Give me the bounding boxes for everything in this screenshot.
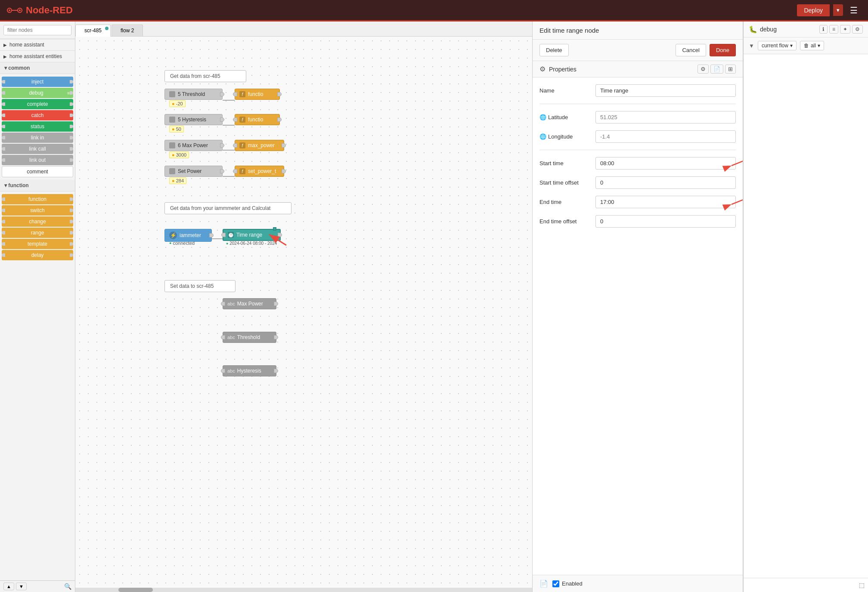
footer-doc-icon[interactable]: 📄 xyxy=(539,580,548,588)
canvas-scrollbar[interactable] xyxy=(75,588,532,592)
palette-node-switch[interactable]: switch xyxy=(2,205,73,216)
globe-icon-2: 🌐 xyxy=(539,133,546,140)
palette-node-inject[interactable]: inject xyxy=(2,77,73,87)
palette-search-icon[interactable]: 🔍 xyxy=(64,583,71,590)
canvas-function2-node[interactable]: f functio xyxy=(235,114,280,125)
palette-node-link-out[interactable]: link out xyxy=(2,155,73,165)
cancel-button[interactable]: Cancel xyxy=(676,44,706,56)
palette-node-delay[interactable]: delay xyxy=(2,250,73,260)
palette-node-complete[interactable]: complete xyxy=(2,99,73,109)
debug-config-button[interactable]: ✦ xyxy=(840,25,850,34)
canvas-threshold-var-node[interactable]: abc Threshold xyxy=(223,332,276,343)
canvas-maxpower-var-node[interactable]: abc Max Power xyxy=(223,298,276,309)
palette-node-change[interactable]: change xyxy=(2,216,73,227)
deploy-button[interactable]: Deploy xyxy=(797,4,830,16)
canvas-scrollbar-thumb[interactable] xyxy=(118,588,153,592)
longitude-input[interactable] xyxy=(595,130,736,143)
palette-node-debug[interactable]: debug ≡ xyxy=(2,88,73,98)
palette-section-home-assistant-entities[interactable]: ▶ home assistant entities xyxy=(0,51,75,62)
main-layout: ▶ home assistant ▶ home assistant entiti… xyxy=(0,22,868,592)
canvas-maxpower-node[interactable]: 6 Max Power xyxy=(164,140,223,151)
palette-content: ▶ home assistant ▶ home assistant entiti… xyxy=(0,39,75,580)
get-data-comment-text: Get data from scr-485 xyxy=(170,73,220,79)
canvas-threshold-node[interactable]: 5 Threshold xyxy=(164,89,223,100)
filter-nodes-input[interactable] xyxy=(3,25,71,35)
section-divider-common[interactable]: ▾ common xyxy=(0,62,75,74)
canvas-time-range-node[interactable]: 🕐 Time range xyxy=(223,229,281,241)
enabled-checkbox-input[interactable] xyxy=(552,580,559,587)
tab-flow-2[interactable]: flow 2 xyxy=(112,25,143,36)
start-time-offset-input[interactable] xyxy=(595,176,736,189)
palette-node-range[interactable]: range xyxy=(2,228,73,238)
end-time-offset-input[interactable] xyxy=(595,215,736,228)
properties-gear-button[interactable]: ⚙ xyxy=(698,65,709,74)
debug-footer-icon[interactable]: ⬚ xyxy=(859,582,865,589)
iammeter-port-right xyxy=(209,233,214,237)
latitude-input[interactable] xyxy=(595,111,736,123)
canvas-setpower-node[interactable]: Set Power xyxy=(164,166,223,177)
threshold-sublabel: ● -20 xyxy=(169,100,186,107)
end-time-input[interactable] xyxy=(595,196,736,208)
port-left-link-out xyxy=(2,158,5,162)
chevron-down-icon: ▾ xyxy=(4,65,8,71)
canvas-iammeter-node[interactable]: ⚡ iammeter xyxy=(164,229,212,242)
canvas-hysteresis-var-node[interactable]: abc Hysteresis xyxy=(223,365,276,376)
get-data-comment-node[interactable]: Get data from scr-485 xyxy=(164,70,246,82)
chevron-right-icon2: ▶ xyxy=(3,54,7,59)
palette-node-template[interactable]: template xyxy=(2,239,73,249)
palette-up-button[interactable]: ▲ xyxy=(3,583,14,590)
time-range-text: Time range xyxy=(236,232,262,238)
properties-doc-button[interactable]: 📄 xyxy=(710,65,723,74)
done-button[interactable]: Done xyxy=(710,44,736,56)
palette-node-link-call[interactable]: link call xyxy=(2,144,73,154)
debug-list-button[interactable]: ≡ xyxy=(829,25,838,34)
delete-button[interactable]: Delete xyxy=(539,44,569,56)
iammmeter-comment-node[interactable]: Get data from your iammmeter and Calcula… xyxy=(164,202,291,214)
maxpower-port-right xyxy=(220,143,224,148)
port-right-range xyxy=(70,231,73,234)
debug-all-filter-button[interactable]: 🗑 all ▾ xyxy=(800,41,824,50)
port-right-switch xyxy=(70,209,73,212)
palette-down-button[interactable]: ▼ xyxy=(16,583,27,590)
port-left-link-call xyxy=(2,147,5,151)
threshold-var-port-right xyxy=(274,335,278,339)
canvas-hysteresis-node[interactable]: 5 Hysteresis xyxy=(164,114,223,125)
setpower-func-port-right xyxy=(282,169,286,173)
range-node-label: range xyxy=(5,230,70,236)
port-left-link-in xyxy=(2,136,5,139)
time-range-sublabel: ● 2024-06-24 08:00 - 2024 xyxy=(226,241,277,246)
start-time-offset-form-row: Start time offset xyxy=(539,176,736,189)
palette-node-link-in[interactable]: link in xyxy=(2,133,73,143)
end-time-offset-form-row: End time offset xyxy=(539,215,736,228)
setdata-comment-node[interactable]: Set data to scr-485 xyxy=(164,280,236,292)
port-right-link-out xyxy=(70,158,73,162)
port-right-complete xyxy=(70,102,73,106)
function1-icon: f xyxy=(239,91,245,97)
palette-node-catch[interactable]: catch xyxy=(2,110,73,120)
threshold-var-icon: abc xyxy=(227,335,235,340)
enabled-checkbox-label[interactable]: Enabled xyxy=(552,580,583,587)
canvas-maxpower-func-node[interactable]: f max_power xyxy=(235,140,284,151)
tab-scr-485[interactable]: scr-485 xyxy=(75,25,111,37)
palette-node-comment[interactable]: comment xyxy=(2,166,73,177)
canvas-setpower-func-node[interactable]: f set_power_t xyxy=(235,166,284,177)
debug-info-button[interactable]: ℹ xyxy=(819,25,828,34)
section-divider-function[interactable]: ▾ function xyxy=(0,180,75,191)
palette-section-home-assistant[interactable]: ▶ home assistant xyxy=(0,39,75,51)
status-label: status xyxy=(5,123,70,130)
palette-node-status[interactable]: status xyxy=(2,121,73,132)
debug-settings-button[interactable]: ⚙ xyxy=(852,25,863,34)
hysteresis-icon xyxy=(169,117,175,123)
delay-node-label: delay xyxy=(5,252,70,258)
start-time-input[interactable] xyxy=(595,157,736,170)
palette-node-function[interactable]: function xyxy=(2,194,73,204)
threshold-node-icon xyxy=(169,91,175,97)
properties-extra-button[interactable]: ⊞ xyxy=(725,65,736,74)
name-input[interactable] xyxy=(595,84,736,97)
deploy-chevron-button[interactable]: ▾ xyxy=(833,4,843,16)
flow-canvas[interactable]: Get data from scr-485 5 Threshold ● -20 … xyxy=(75,37,532,592)
canvas-function1-node[interactable]: f functio xyxy=(235,89,280,100)
current-flow-filter-button[interactable]: current flow ▾ xyxy=(758,41,797,50)
hamburger-menu-button[interactable]: ☰ xyxy=(846,3,861,17)
port-right-function xyxy=(70,197,73,201)
